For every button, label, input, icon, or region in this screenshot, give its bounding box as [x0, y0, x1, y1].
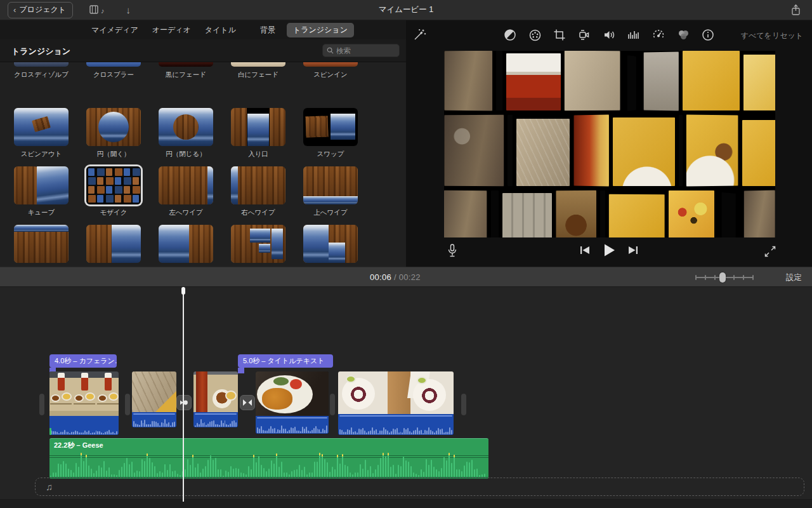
transition-thumbnail-selected[interactable] [86, 166, 141, 204]
transition-item[interactable]: スピンイン [294, 62, 367, 79]
transition-item[interactable]: モザイク [77, 166, 150, 217]
share-icon[interactable] [791, 4, 801, 16]
tab-0[interactable]: マイメディア [89, 23, 141, 37]
mosaic-tile [644, 52, 679, 111]
playhead[interactable] [183, 287, 184, 502]
video-clip[interactable] [193, 371, 238, 427]
fullscreen-icon[interactable] [764, 245, 776, 258]
transition-thumbnail[interactable] [303, 108, 358, 146]
search-box[interactable] [322, 44, 400, 57]
search-icon [327, 47, 334, 54]
transition-thumbnail[interactable] [159, 62, 213, 67]
equalizer-icon[interactable] [627, 28, 641, 42]
speed-icon[interactable] [652, 28, 665, 42]
download-icon[interactable]: ↓ [126, 4, 131, 15]
color-balance-icon[interactable] [503, 28, 517, 42]
transition-thumbnail[interactable] [231, 225, 285, 263]
timeline-toolbar: 00:06 / 00:22 設定 [0, 267, 812, 287]
title-clip-connector [238, 368, 244, 373]
transition-thumbnail[interactable] [14, 108, 69, 146]
transition-item[interactable]: 左へパズル [222, 225, 294, 267]
media-library-icon[interactable]: ♪ [89, 5, 105, 15]
transition-thumbnail[interactable] [159, 225, 213, 263]
transition-thumbnail[interactable] [14, 166, 69, 204]
clip-audio-section [338, 414, 454, 435]
tab-2[interactable]: タイトル [202, 23, 239, 37]
tab-1[interactable]: オーディオ [150, 23, 193, 37]
transition-label: 白にフェード [222, 70, 294, 79]
transition-item[interactable]: 白にフェード [222, 62, 294, 79]
mosaic-tile [444, 115, 504, 187]
transition-item[interactable]: 右へワイプ [222, 166, 294, 217]
tab-3[interactable]: 背景 [258, 23, 278, 37]
title-clip[interactable]: 4.0秒 – カフェラン… [49, 354, 117, 368]
trim-handle[interactable] [461, 394, 466, 415]
transition-item[interactable]: 左へワイプ [150, 166, 222, 217]
transition-label: クロスブラー [77, 70, 150, 79]
timeline-settings-button[interactable]: 設定 [786, 272, 802, 283]
transition-thumbnail[interactable] [86, 62, 141, 67]
transition-thumbnail[interactable] [303, 225, 358, 263]
transition-item[interactable]: スピンアウト [5, 108, 77, 159]
transition-thumbnail[interactable] [231, 108, 285, 146]
transition-item[interactable]: 右へスライド [150, 225, 222, 267]
transition-thumbnail[interactable] [159, 166, 213, 204]
transition-item[interactable]: クロスブラー [77, 62, 150, 79]
previous-frame-button[interactable] [579, 244, 591, 256]
color-correction-icon[interactable] [528, 28, 542, 42]
clip-thumbnail [132, 371, 176, 412]
transition-thumbnail[interactable] [303, 166, 358, 204]
crop-icon[interactable] [553, 28, 566, 42]
transition-item[interactable]: 左へスライド [77, 225, 150, 267]
trim-handle[interactable] [125, 394, 130, 415]
transition-item[interactable]: 上へワイプ [294, 166, 367, 217]
video-clip[interactable] [338, 371, 454, 435]
transition-item[interactable]: 円（閉じる） [150, 108, 222, 159]
play-button[interactable] [601, 243, 617, 258]
trim-handle[interactable] [39, 394, 44, 415]
transition-thumbnail[interactable] [14, 225, 69, 263]
music-note-glyph: ♪ [101, 7, 105, 15]
search-input[interactable] [336, 47, 395, 55]
transition-thumbnail[interactable] [231, 166, 285, 204]
back-to-projects-button[interactable]: ‹ プロジェクト [8, 2, 73, 18]
transition-label: スピンイン [294, 70, 367, 79]
slider-thumb[interactable] [719, 272, 726, 283]
transition-item[interactable]: 下へワイプ [5, 225, 77, 267]
mosaic-tile [516, 119, 570, 186]
transition-item[interactable]: 黒にフェード [150, 62, 222, 79]
transition-thumbnail[interactable] [14, 62, 69, 67]
transition-item[interactable]: 右へパズル [294, 225, 367, 267]
volume-icon[interactable] [602, 28, 616, 42]
transition-badge[interactable] [176, 395, 192, 410]
video-clip[interactable] [132, 371, 176, 427]
viewer-panel: すべてをリセット [406, 20, 812, 267]
title-clip[interactable]: 5.0秒 – タイトルテキスト [238, 354, 333, 368]
transition-thumbnail[interactable] [303, 62, 358, 67]
video-clip[interactable] [49, 371, 119, 435]
transition-thumbnail[interactable] [159, 108, 213, 146]
transition-badge[interactable] [240, 395, 255, 410]
mosaic-tile [496, 51, 502, 110]
stabilization-icon[interactable] [577, 28, 591, 42]
background-music-well[interactable]: ♫ [35, 478, 804, 496]
transition-thumbnail[interactable] [231, 62, 285, 67]
playhead-handle[interactable] [181, 287, 185, 295]
transition-thumbnail[interactable] [86, 108, 141, 146]
transition-label: キューブ [5, 208, 77, 217]
music-clip[interactable]: 22.2秒 – Geese [49, 438, 488, 479]
transition-thumbnail[interactable] [86, 225, 141, 263]
tab-4[interactable]: トランジション [287, 23, 354, 37]
video-clip[interactable] [256, 371, 329, 434]
reset-all-button[interactable]: すべてをリセット [741, 30, 803, 41]
transition-item[interactable]: 入り口 [222, 108, 294, 159]
transition-item[interactable]: スワップ [294, 108, 367, 159]
timeline-zoom-slider[interactable] [695, 273, 754, 282]
next-frame-button[interactable] [627, 244, 639, 256]
info-icon[interactable] [701, 28, 715, 42]
trim-handle[interactable] [330, 394, 335, 415]
transition-item[interactable]: 円（開く） [77, 108, 150, 159]
transition-item[interactable]: キューブ [5, 166, 77, 217]
transition-item[interactable]: クロスディゾルブ [5, 62, 77, 79]
color-filters-icon[interactable] [676, 28, 690, 42]
